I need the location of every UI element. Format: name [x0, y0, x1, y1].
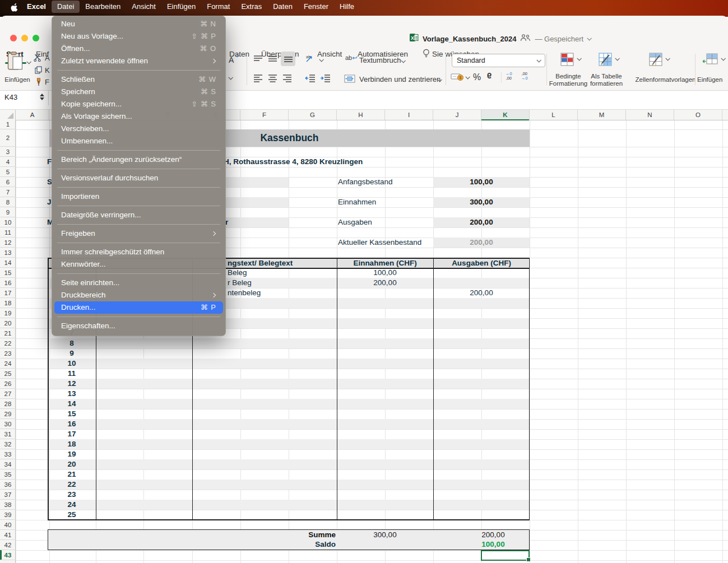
row-header-33[interactable]: 33 [0, 449, 16, 459]
column-header-M[interactable]: M [578, 110, 626, 120]
row-header-16[interactable]: 16 [0, 278, 16, 288]
menu-item[interactable]: Verschieben... [54, 123, 223, 135]
menu-item[interactable]: Öffnen...⌘ O [54, 43, 223, 55]
row-header-26[interactable]: 26 [0, 379, 16, 389]
table-nr-cell[interactable]: 15 [48, 409, 96, 419]
menu-item[interactable]: Neu⌘ N [54, 18, 223, 30]
row-header-35[interactable]: 35 [0, 469, 16, 480]
row-header-20[interactable]: 20 [0, 318, 16, 328]
row-header-3[interactable]: 3 [0, 147, 16, 157]
table-nr-cell[interactable]: 16 [48, 419, 96, 429]
column-header-I[interactable]: I [385, 110, 433, 120]
menubar-item-daten[interactable]: Daten [267, 1, 298, 13]
row-header-25[interactable]: 25 [0, 369, 16, 379]
row-header-37[interactable]: 37 [0, 490, 16, 500]
anfangsbestand-value[interactable]: 100,00 [433, 177, 530, 187]
table-nr-cell[interactable]: 13 [48, 389, 96, 399]
row-header-43[interactable]: 43 [0, 550, 16, 560]
row-header-31[interactable]: 31 [0, 429, 16, 439]
row-header-19[interactable]: 19 [0, 308, 16, 318]
menubar-item-einfügen[interactable]: Einfügen [161, 1, 201, 13]
fill-handle[interactable] [526, 557, 531, 562]
menu-item[interactable]: Eigenschaften... [54, 320, 223, 332]
entry-einnahmen[interactable]: 100,00 [337, 268, 433, 278]
apple-menu-icon[interactable] [7, 2, 21, 12]
column-header-O[interactable]: O [674, 110, 722, 120]
menubar-item-excel[interactable]: Excel [21, 1, 52, 13]
table-nr-cell[interactable]: 24 [48, 500, 96, 510]
menu-item[interactable]: Als Vorlage sichern... [54, 110, 223, 123]
table-nr-cell[interactable]: 12 [48, 379, 96, 389]
table-nr-cell[interactable]: 9 [48, 348, 96, 359]
column-header-J[interactable]: J [433, 110, 481, 120]
row-header-21[interactable]: 21 [0, 328, 16, 338]
row-header-8[interactable]: 8 [0, 197, 16, 207]
row-header-10[interactable]: 10 [0, 217, 16, 227]
table-nr-cell[interactable]: 21 [48, 469, 96, 480]
column-header-G[interactable]: G [289, 110, 337, 120]
row-header-32[interactable]: 32 [0, 439, 16, 449]
column-header-F[interactable]: F [240, 110, 289, 120]
menu-item[interactable]: Zuletzt verwendete öffnen [54, 55, 223, 67]
table-nr-cell[interactable]: 14 [48, 399, 96, 409]
table-nr-cell[interactable]: 25 [48, 510, 96, 520]
menubar-item-extras[interactable]: Extras [235, 1, 267, 13]
table-nr-cell[interactable]: 23 [48, 490, 96, 500]
table-nr-cell[interactable]: 22 [48, 480, 96, 490]
row-header-28[interactable]: 28 [0, 399, 16, 409]
entry-text[interactable]: ntenbeleg [228, 288, 261, 298]
row-header-17[interactable]: 17 [0, 288, 16, 298]
menu-item[interactable]: Drucken...⌘ P [54, 301, 223, 314]
menu-item[interactable]: Kopie speichern...⇧ ⌘ S [54, 98, 223, 110]
table-nr-cell[interactable]: 20 [48, 459, 96, 469]
menubar-item-hilfe[interactable]: Hilfe [334, 1, 360, 13]
row-header-41[interactable]: 41 [0, 530, 16, 540]
entry-einnahmen[interactable]: 200,00 [337, 278, 433, 288]
menu-item[interactable]: Freigeben [54, 227, 223, 240]
column-header-N[interactable]: N [626, 110, 674, 120]
table-nr-cell[interactable]: 17 [48, 429, 96, 439]
row-header-7[interactable]: 7 [0, 187, 16, 197]
ausgaben-value[interactable]: 200,00 [433, 217, 530, 227]
row-header-15[interactable]: 15 [0, 268, 16, 278]
menu-item[interactable]: Versionsverlauf durchsuchen [54, 172, 223, 184]
row-header-11[interactable]: 11 [0, 227, 16, 238]
table-nr-cell[interactable]: 10 [48, 359, 96, 369]
menubar-item-format[interactable]: Format [201, 1, 235, 13]
row-header-6[interactable]: 6 [0, 177, 16, 187]
row-header-38[interactable]: 38 [0, 500, 16, 510]
column-header-L[interactable]: L [530, 110, 578, 120]
column-header-H[interactable]: H [337, 110, 385, 120]
menu-item[interactable]: Schließen⌘ W [54, 73, 223, 86]
menu-item[interactable]: Immer schreibgeschützt öffnen [54, 246, 223, 258]
row-header-23[interactable]: 23 [0, 348, 16, 359]
row-header-36[interactable]: 36 [0, 480, 16, 490]
row-header-1[interactable]: 1 [0, 119, 16, 129]
row-header-34[interactable]: 34 [0, 459, 16, 469]
row-header-9[interactable]: 9 [0, 207, 16, 217]
row-header-40[interactable]: 40 [0, 520, 16, 530]
menu-item[interactable]: Druckbereich [54, 289, 223, 301]
row-header-4[interactable]: 4 [0, 157, 16, 167]
entry-text[interactable]: Beleg [228, 268, 247, 278]
row-header-42[interactable]: 42 [0, 540, 16, 550]
menu-item[interactable]: Umbenennen... [54, 135, 223, 147]
row-header-12[interactable]: 12 [0, 238, 16, 248]
row-header-24[interactable]: 24 [0, 359, 16, 369]
menubar-item-bearbeiten[interactable]: Bearbeiten [80, 1, 126, 13]
menu-item[interactable]: Seite einrichten... [54, 277, 223, 289]
table-nr-cell[interactable]: 18 [48, 439, 96, 449]
table-nr-cell[interactable]: 8 [48, 338, 96, 348]
column-header-K[interactable]: K [481, 110, 530, 120]
menubar-item-datei[interactable]: Datei [52, 1, 80, 13]
menubar-item-ansicht[interactable]: Ansicht [126, 1, 161, 13]
menu-item[interactable]: Speichern⌘ S [54, 86, 223, 98]
row-header-18[interactable]: 18 [0, 298, 16, 308]
table-nr-cell[interactable]: 19 [48, 449, 96, 459]
selected-cell-K43[interactable] [481, 550, 530, 561]
column-header-A[interactable]: A [16, 110, 49, 120]
row-header-14[interactable]: 14 [0, 258, 16, 268]
row-header-27[interactable]: 27 [0, 389, 16, 399]
menu-item[interactable]: Importieren [54, 190, 223, 203]
menubar-item-fenster[interactable]: Fenster [298, 1, 334, 13]
